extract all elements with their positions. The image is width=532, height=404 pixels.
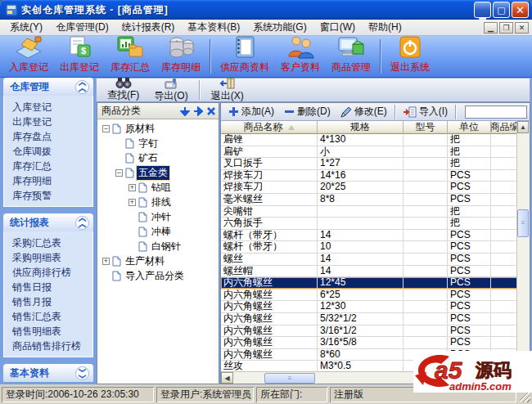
vertical-scrollbar[interactable]: ▲ ≡ ▼ <box>516 121 530 373</box>
sidebar-item[interactable]: 销售明细表 <box>4 324 92 339</box>
inner-toolbar-button[interactable]: 导出(O) <box>147 79 195 101</box>
scroll-up-button[interactable]: ▲ <box>517 121 529 133</box>
sidebar-item[interactable]: 库存盘点 <box>4 129 92 144</box>
mdi-restore-button[interactable]: ❐ <box>499 22 513 34</box>
table-row[interactable]: 螺杆（带牙）10PCS <box>221 241 518 254</box>
menu-item[interactable]: 系统(Y) <box>3 19 49 36</box>
tree-node[interactable]: 导入产品分类 <box>97 268 219 283</box>
tree-node[interactable]: 白钢针 <box>97 239 219 254</box>
sidebar-item[interactable]: 销售月报 <box>4 294 92 309</box>
products-toolbar-button[interactable]: 删除(D) <box>279 104 336 120</box>
expand-icon[interactable]: + <box>128 199 136 206</box>
products-toolbar-button[interactable]: 添加(A) <box>223 104 279 120</box>
products-toolbar-button[interactable]: 导入(I) <box>399 104 453 120</box>
table-row[interactable]: 六角扳手把 <box>221 218 518 230</box>
sidebar-item[interactable]: 库存预警 <box>4 188 92 203</box>
menu-item[interactable]: 系统功能(G) <box>246 19 313 36</box>
table-row[interactable]: 螺丝14PCS <box>221 254 518 266</box>
table-row[interactable]: 螺丝帽14PCS <box>221 266 518 278</box>
chevron-down-icon[interactable]: ❯❯ <box>75 366 89 380</box>
table-row[interactable]: 焊接车刀14*16PCS <box>221 170 518 182</box>
tree-node[interactable]: 矿石 <box>97 150 219 165</box>
inner-toolbar-button[interactable]: 退出(X) <box>204 79 251 101</box>
menu-item[interactable]: 窗口(W) <box>313 19 362 36</box>
column-header[interactable]: 型号 <box>404 121 448 134</box>
chevron-up-icon[interactable]: ❯❯ <box>75 80 89 94</box>
tree-node[interactable]: +排线 <box>97 195 219 209</box>
table-row[interactable]: 焊接车刀20*25PCS <box>221 182 518 194</box>
table-row[interactable]: 尖嘴钳把 <box>221 206 518 218</box>
toolbar-button[interactable]: 库存明细 <box>156 38 206 75</box>
sidebar-pane-header[interactable]: 统计报表❯❯ <box>3 213 93 231</box>
sidebar-item[interactable]: 库存明细 <box>4 173 92 188</box>
table-row[interactable]: 扁锉4*130把 <box>221 134 518 146</box>
delete-node-icon[interactable] <box>206 106 216 116</box>
toolbar-button[interactable]: 供应商资料 <box>214 38 275 75</box>
table-row[interactable]: 毫米螺丝8*8PCS <box>221 194 518 206</box>
toolbar-button[interactable]: 商品管理 <box>326 38 376 75</box>
toolbar-button[interactable]: $出库登记 <box>54 38 105 75</box>
sidebar-item[interactable]: 供应商排行榜 <box>4 265 92 280</box>
sidebar-item[interactable]: 仓库调拨 <box>4 144 92 159</box>
chevron-up-icon[interactable]: ❯❯ <box>75 216 89 230</box>
toolbar-button[interactable]: 库存汇总 <box>105 38 156 75</box>
table-row[interactable]: 螺杆（带牙）14PCS <box>221 230 518 242</box>
sidebar-pane-header[interactable]: 基本资料❯❯ <box>3 364 93 382</box>
table-row[interactable]: 内六角螺丝12*30PCS <box>221 301 518 313</box>
scroll-left-button[interactable]: ◀ <box>221 372 233 384</box>
watermark-domain: admin5.com <box>449 380 512 393</box>
expand-icon[interactable]: + <box>102 258 110 265</box>
table-row[interactable]: 扁铲小把 <box>221 146 518 159</box>
toolbar-button[interactable]: 退出系统 <box>385 38 435 75</box>
sidebar-item[interactable]: 销售汇总表 <box>4 309 92 324</box>
toolbar-button[interactable]: 客户资料 <box>275 38 326 75</box>
mdi-minimize-button[interactable]: ▁ <box>484 22 498 34</box>
inner-toolbar-button-label: 导出(O) <box>154 89 187 103</box>
sidebar-item[interactable]: 采购汇总表 <box>4 236 92 250</box>
menu-item[interactable]: 基本资料(B) <box>181 19 246 36</box>
menu-item[interactable]: 统计报表(R) <box>115 19 182 36</box>
sidebar-item[interactable]: 出库登记 <box>4 114 92 129</box>
table-row[interactable]: 内六角螺丝3/16*5/8PCS <box>221 337 518 349</box>
sidebar-item[interactable]: 库存汇总 <box>4 159 92 173</box>
table-row[interactable]: 内六角螺丝6*25PCS <box>221 290 518 302</box>
sidebar-pane-header[interactable]: 仓库管理❯❯ <box>3 78 93 96</box>
menu-item[interactable]: 仓库管理(D) <box>49 19 115 36</box>
column-header[interactable]: 商品编 <box>491 121 518 134</box>
tree-node[interactable]: −五金类 <box>97 165 219 180</box>
filter-input[interactable] <box>465 105 527 119</box>
sidebar-item[interactable]: 商品销售排行榜 <box>4 339 92 353</box>
sidebar-item[interactable]: 采购明细表 <box>4 250 92 265</box>
table-row[interactable]: 内六角螺丝12*45PCS <box>221 277 518 290</box>
tree-node[interactable]: 冲棒 <box>97 224 219 239</box>
tree-node[interactable]: +生产材料 <box>97 254 219 268</box>
column-header[interactable]: 商品名称 <box>221 121 318 134</box>
tree-node[interactable]: +钻咀 <box>97 180 219 195</box>
table-row[interactable]: 内六角螺丝3/16*1/2PCS <box>221 325 518 338</box>
column-header[interactable]: 单位 <box>448 121 491 134</box>
tree-node[interactable]: 字钉 <box>97 136 219 150</box>
maximize-button[interactable]: ▢ <box>493 2 510 18</box>
table-row[interactable]: 叉口扳手1*27把 <box>221 158 518 170</box>
inner-toolbar-button[interactable]: 查找(F) <box>100 79 147 101</box>
sidebar-item[interactable]: 销售日报 <box>4 280 92 294</box>
collapse-icon[interactable]: − <box>102 125 110 132</box>
menu-item[interactable]: 帮助(H) <box>362 19 408 36</box>
horizontal-scroll-thumb[interactable]: ≡ <box>264 373 315 384</box>
products-toolbar-button[interactable]: 修改(E) <box>336 104 392 120</box>
tree-node[interactable]: 冲针 <box>97 209 219 224</box>
toolbar-button[interactable]: 入库登记 <box>3 38 54 75</box>
vertical-scroll-thumb[interactable]: ≡ <box>517 209 529 237</box>
mdi-close-button[interactable]: ✕ <box>515 22 529 34</box>
column-header[interactable]: 规格 <box>318 121 404 134</box>
minimize-button[interactable]: ▁ <box>474 2 491 18</box>
collapse-icon[interactable]: − <box>115 169 123 177</box>
table-row[interactable]: 内六角螺丝5/32*1/2PCS <box>221 313 518 325</box>
expand-icon[interactable]: + <box>128 184 136 191</box>
resize-grip[interactable] <box>520 392 530 402</box>
tree-node[interactable]: −原材料 <box>97 121 219 136</box>
move-down-icon[interactable] <box>180 106 190 116</box>
close-button[interactable]: ✕ <box>512 2 529 18</box>
sidebar-item[interactable]: 入库登记 <box>4 100 92 114</box>
move-right-icon[interactable] <box>193 106 203 116</box>
